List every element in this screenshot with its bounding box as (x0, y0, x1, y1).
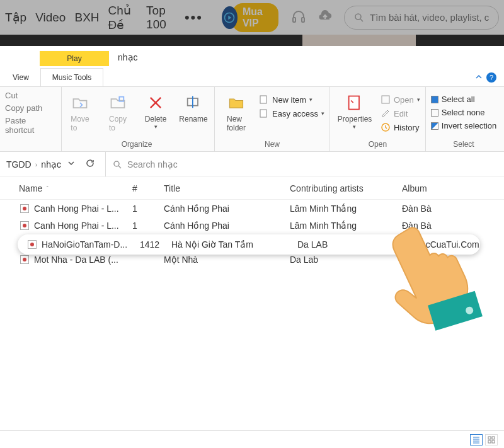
breadcrumb[interactable]: TGDD › nhạc (6, 159, 61, 169)
titlebar: Play nhạc (0, 46, 504, 68)
refresh-icon[interactable] (85, 158, 95, 171)
music-file-icon (19, 255, 30, 264)
nav-video[interactable]: Video (35, 11, 66, 25)
svg-rect-26 (492, 437, 495, 439)
ribbon-tabs: View Music Tools ? (0, 68, 504, 87)
column-headers[interactable]: Name˄ # Title Contributing artists Album (0, 177, 504, 200)
nav-bxh[interactable]: BXH (74, 11, 99, 25)
sort-up-icon: ˄ (46, 185, 49, 192)
address-bar-row: TGDD › nhạc Search nhạc (0, 152, 504, 177)
window-title: nhạc (118, 52, 138, 62)
move-to-button[interactable]: Move to (64, 91, 96, 132)
properties-button[interactable]: Properties▾ (335, 91, 374, 130)
music-file-icon (19, 221, 30, 230)
view-details-icon[interactable] (470, 434, 483, 445)
more-icon[interactable]: ••• (185, 9, 203, 26)
pointer-hand-icon (384, 208, 491, 334)
global-search-input[interactable] (370, 12, 490, 23)
svg-rect-14 (260, 96, 266, 103)
collapse-ribbon-icon[interactable] (475, 72, 483, 83)
header-artist[interactable]: Contributing artists (290, 183, 402, 193)
svg-rect-28 (492, 440, 495, 443)
nav-tap[interactable]: Tập (5, 10, 26, 25)
svg-rect-27 (488, 440, 491, 443)
music-file-icon (26, 240, 38, 249)
paste-shortcut-button[interactable]: Paste shortcut (5, 116, 56, 135)
cut-button[interactable]: Cut (5, 91, 56, 100)
new-item-button[interactable]: New item ▾ (259, 93, 324, 106)
new-group-label: New (220, 140, 324, 150)
ribbon: Cut Copy path Paste shortcut Move to Cop… (0, 87, 504, 152)
chevron-right-icon: › (35, 161, 38, 168)
background-strip (0, 35, 504, 46)
invert-selection-button[interactable]: Invert selection (431, 120, 496, 132)
header-num[interactable]: # (132, 183, 164, 193)
organize-group-label: Organize (64, 140, 209, 150)
svg-rect-17 (382, 96, 389, 103)
headphones-icon[interactable] (291, 9, 306, 26)
select-all-button[interactable]: Select all (431, 93, 496, 105)
global-search[interactable] (344, 6, 499, 30)
search-icon (112, 159, 122, 169)
new-folder-button[interactable]: New folder (220, 91, 253, 132)
nav-top100[interactable]: Top 100 (146, 4, 176, 32)
select-none-button[interactable]: Select none (431, 106, 496, 118)
svg-rect-25 (488, 437, 491, 439)
delete-button[interactable]: Delete▾ (140, 91, 171, 130)
header-title[interactable]: Title (164, 183, 290, 193)
svg-point-3 (355, 14, 361, 20)
edit-button[interactable]: Edit (381, 107, 420, 120)
status-bar (0, 430, 504, 448)
help-icon[interactable]: ? (486, 72, 496, 83)
open-group-label: Open (335, 140, 420, 150)
svg-line-4 (360, 19, 363, 21)
cloud-upload-icon[interactable] (318, 9, 333, 26)
folder-search[interactable]: Search nhạc (105, 152, 498, 176)
vip-label: Mua VIP (232, 3, 278, 32)
vip-circle-icon (222, 6, 238, 29)
breadcrumb-root[interactable]: TGDD (6, 159, 32, 169)
svg-point-19 (114, 161, 119, 166)
app-top-nav: Tập Video BXH Chủ Đề Top 100 ••• Mua VIP (0, 0, 504, 35)
tab-view[interactable]: View (0, 68, 40, 86)
music-file-icon (19, 204, 30, 213)
open-button[interactable]: Open ▾ (381, 93, 420, 106)
tab-music-tools[interactable]: Music Tools (40, 68, 103, 86)
svg-rect-15 (260, 110, 266, 117)
svg-line-20 (118, 166, 121, 168)
nav-chude[interactable]: Chủ Đề (108, 3, 138, 32)
search-icon (353, 12, 365, 23)
vip-badge[interactable]: Mua VIP (222, 3, 278, 32)
chevron-down-icon[interactable] (66, 158, 76, 171)
svg-rect-2 (302, 18, 304, 22)
header-name: Name˄ (19, 183, 132, 193)
copy-path-button[interactable]: Copy path (5, 103, 56, 113)
easy-access-button[interactable]: Easy access ▾ (259, 107, 324, 120)
history-button[interactable]: History (381, 121, 420, 134)
header-album[interactable]: Album (402, 183, 504, 193)
copy-to-button[interactable]: Copy to (102, 91, 134, 132)
breadcrumb-folder[interactable]: nhạc (41, 159, 61, 169)
select-group-label: Select (431, 140, 496, 150)
svg-rect-16 (349, 96, 359, 110)
play-context-tab[interactable]: Play (40, 51, 109, 66)
folder-search-placeholder: Search nhạc (127, 159, 178, 169)
rename-button[interactable]: Rename (178, 91, 209, 123)
svg-rect-1 (293, 18, 295, 22)
view-icons-icon[interactable] (485, 434, 498, 445)
